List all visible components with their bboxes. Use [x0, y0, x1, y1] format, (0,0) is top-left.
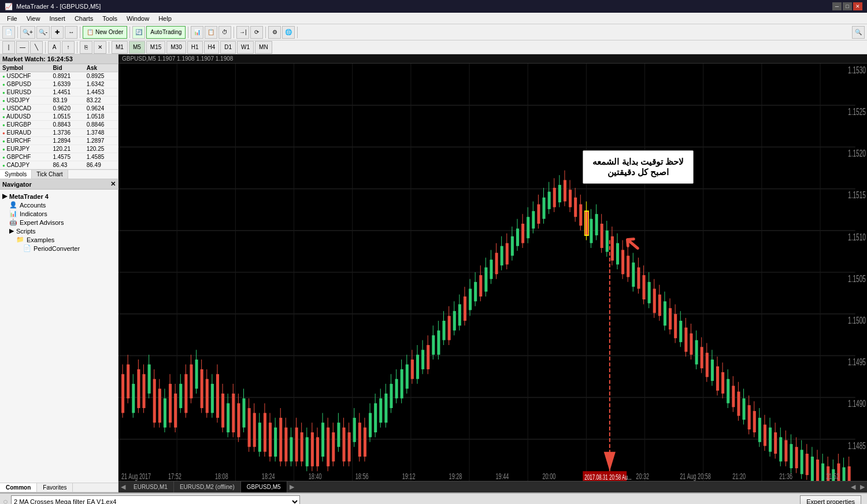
- folder-icon: 📁: [16, 236, 24, 243]
- user-icon: 👤: [9, 201, 17, 209]
- window-title: 📈 MetaTrader 4 - [GBPUSD,M5]: [5, 3, 101, 10]
- line-tool[interactable]: |: [2, 41, 15, 54]
- expert-properties-button[interactable]: Expert properties: [800, 495, 861, 504]
- scroll-button[interactable]: ↔: [65, 26, 77, 39]
- svg-text:21:52: 21:52: [826, 471, 839, 481]
- tf-m30[interactable]: M30: [166, 41, 186, 54]
- navigator-close[interactable]: ✕: [110, 180, 116, 188]
- market-watch-row[interactable]: ● GBPUSD 1.6339 1.6342: [0, 80, 118, 88]
- tree-label: Scripts: [16, 228, 36, 235]
- chart-scroll-left[interactable]: ◀: [849, 483, 858, 491]
- minimize-button[interactable]: ─: [832, 2, 842, 10]
- symbol-cell: ● EURGBP: [0, 121, 50, 129]
- tline-tool[interactable]: ╲: [30, 41, 43, 54]
- indicators-button[interactable]: 📊: [191, 26, 203, 39]
- tree-accounts[interactable]: 👤 Accounts: [0, 201, 118, 209]
- hline-tool[interactable]: —: [16, 41, 29, 54]
- text-tool[interactable]: A: [48, 41, 61, 54]
- options-button[interactable]: ⚙: [268, 26, 281, 39]
- tf-m1[interactable]: M1: [112, 41, 128, 54]
- ea-select[interactable]: 2 MA Crosses Mega filter EA V1.ex4: [11, 495, 300, 504]
- periods-button[interactable]: ⏱: [218, 26, 231, 39]
- title-text: MetaTrader 4 - [GBPUSD,M5]: [16, 3, 101, 10]
- market-watch-row[interactable]: ● EURJPY 120.21 120.25: [0, 145, 118, 153]
- window-buttons[interactable]: ─ □ ✕: [832, 2, 862, 10]
- chart-canvas[interactable]: 1.1530 1.1525 1.1520 1.1515 1.1510 1.150…: [118, 64, 867, 481]
- tf-m5[interactable]: M5: [129, 41, 145, 54]
- menu-file[interactable]: File: [2, 13, 22, 24]
- tab-favorites[interactable]: Favorites: [37, 483, 73, 492]
- zoom-out-button[interactable]: 🔍-: [36, 26, 50, 39]
- market-watch-row[interactable]: ● GBPCHF 1.4575 1.4585: [0, 153, 118, 161]
- market-watch-row[interactable]: ● CADJPY 86.43 86.49: [0, 161, 118, 169]
- market-watch-row[interactable]: ● EURGBP 0.8843 0.8846: [0, 121, 118, 129]
- tree-period-converter[interactable]: 📄 PeriodConverter: [0, 244, 118, 253]
- market-watch-header: Market Watch: 16:24:53: [0, 54, 118, 64]
- connect-button[interactable]: 🌐: [282, 26, 295, 39]
- market-watch-row[interactable]: ● USDJPY 83.19 83.22: [0, 97, 118, 105]
- autoscroll-button[interactable]: ⟳: [250, 26, 263, 39]
- tf-mn[interactable]: MN: [255, 41, 272, 54]
- market-watch-row[interactable]: ● EURCHF 1.2894 1.2897: [0, 137, 118, 145]
- autotrading-indicator[interactable]: 🔄: [132, 26, 145, 39]
- annotation-box: لاحظ توقيت بداية الشمعه اصبح كل دقيقتين: [583, 150, 694, 184]
- chart-next-button[interactable]: ▶: [287, 483, 297, 491]
- folder-icon: ▶: [2, 192, 7, 200]
- tree-indicators[interactable]: 📊 Indicators: [0, 209, 118, 218]
- dot-icon: ●: [2, 155, 5, 160]
- chart-scroll-right[interactable]: ▶: [858, 483, 867, 491]
- tf-w1[interactable]: W1: [237, 41, 254, 54]
- tab-symbols[interactable]: Symbols: [0, 170, 32, 179]
- market-watch-table: Symbol Bid Ask ● USDCHF 0.8921 0.8925 ● …: [0, 64, 118, 169]
- menu-window[interactable]: Window: [122, 13, 154, 24]
- new-order-button[interactable]: 📋 New Order: [83, 26, 127, 39]
- bid-cell: 1.6339: [50, 80, 84, 88]
- svg-text:1.1490: 1.1490: [848, 398, 866, 409]
- chart-prev-button[interactable]: ◀: [118, 483, 128, 491]
- symbol-cell: ● EURJPY: [0, 145, 50, 153]
- menu-help[interactable]: Help: [154, 13, 176, 24]
- chart-shift-button[interactable]: →|: [236, 26, 249, 39]
- tab-eurusd-m2[interactable]: EURUSD,M2 (offline): [174, 481, 241, 492]
- menu-charts[interactable]: Charts: [70, 13, 98, 24]
- tree-label: PeriodConverter: [34, 245, 80, 252]
- menu-view[interactable]: View: [22, 13, 45, 24]
- market-watch-row[interactable]: ● EURUSD 1.4451 1.4453: [0, 88, 118, 97]
- templates-button[interactable]: 📋: [205, 26, 217, 39]
- svg-text:18:08: 18:08: [215, 471, 228, 481]
- tf-d1[interactable]: D1: [220, 41, 236, 54]
- crosshair-button[interactable]: ✚: [51, 26, 64, 39]
- copy-tool[interactable]: ⎘: [80, 41, 92, 54]
- symbol-cell: ● EURAUD: [0, 129, 50, 137]
- tf-h1[interactable]: H1: [187, 41, 203, 54]
- tab-tick-chart[interactable]: Tick Chart: [32, 170, 68, 179]
- svg-text:1.1510: 1.1510: [848, 231, 866, 242]
- market-watch-row[interactable]: ● EURAUD 1.3736 1.3748: [0, 129, 118, 137]
- new-chart-button[interactable]: 📄: [2, 26, 15, 39]
- tree-expert-advisors[interactable]: 🤖 Expert Advisors: [0, 218, 118, 227]
- maximize-button[interactable]: □: [843, 2, 852, 10]
- svg-text:1.1495: 1.1495: [848, 356, 866, 367]
- ask-cell: 1.2897: [84, 137, 118, 145]
- tf-m15[interactable]: M15: [146, 41, 165, 54]
- search-button[interactable]: 🔍: [852, 26, 865, 39]
- tree-examples[interactable]: 📁 Examples: [0, 235, 118, 244]
- tree-scripts[interactable]: ▶ Scripts: [0, 227, 118, 235]
- market-watch-row[interactable]: ● AUDUSD 1.0515 1.0518: [0, 113, 118, 121]
- menu-insert[interactable]: Insert: [45, 13, 70, 24]
- tf-h4[interactable]: H4: [204, 41, 220, 54]
- tree-metatrader4[interactable]: ▶ MetaTrader 4: [0, 192, 118, 201]
- file-icon: 📄: [23, 244, 31, 252]
- zoom-in-button[interactable]: 🔍+: [20, 26, 35, 39]
- tab-eurusd-m1[interactable]: EURUSD,M1: [128, 481, 174, 492]
- ask-cell: 86.49: [84, 161, 118, 169]
- arrow-tool[interactable]: ↑: [62, 41, 75, 54]
- tab-common[interactable]: Common: [0, 483, 37, 492]
- market-watch-row[interactable]: ● USDCHF 0.8921 0.8925: [0, 72, 118, 80]
- close-button[interactable]: ✕: [853, 2, 862, 10]
- tab-gbpusd-m5[interactable]: GBPUSD,M5: [241, 481, 287, 492]
- market-watch-row[interactable]: ● USDCAD 0.9620 0.9624: [0, 105, 118, 113]
- autotrading-button[interactable]: AutoTrading: [146, 26, 186, 39]
- delete-tool[interactable]: ✕: [94, 41, 106, 54]
- menu-tools[interactable]: Tools: [98, 13, 122, 24]
